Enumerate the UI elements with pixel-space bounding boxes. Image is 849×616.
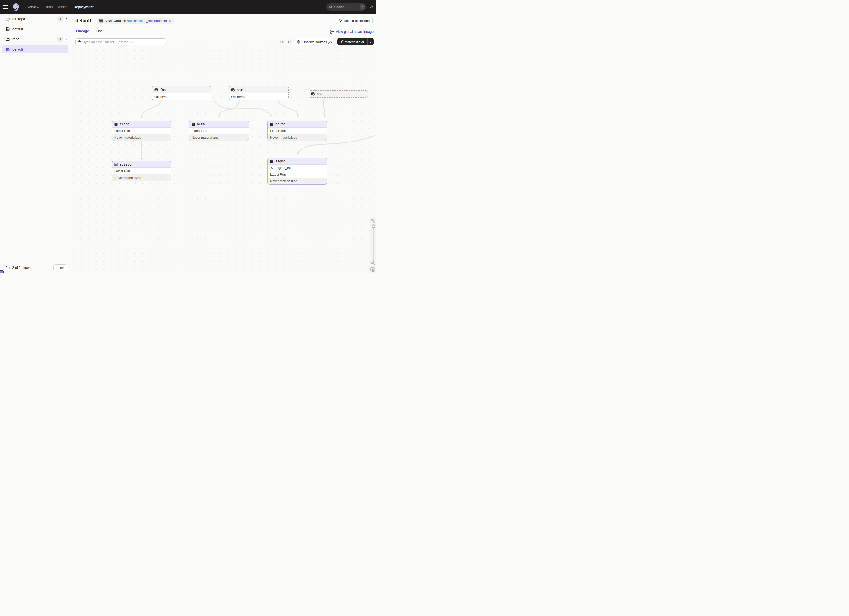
asset-name: delta bbox=[276, 122, 285, 126]
zoom-in-icon[interactable] bbox=[370, 219, 375, 224]
asset-node-beta[interactable]: beta Latest Run– Never materialized bbox=[189, 121, 249, 141]
tag-prefix: Asset Group in bbox=[105, 19, 126, 22]
hamburger-menu-icon[interactable] bbox=[0, 0, 11, 14]
table-asset-icon bbox=[270, 122, 274, 126]
reload-definitions-button[interactable]: ↻ Reload definitions bbox=[336, 17, 372, 24]
materialize-all-label: Materialize all bbox=[344, 40, 365, 44]
lineage-canvas[interactable]: Type an asset subset... (ex: foo+*) 0:18… bbox=[70, 37, 377, 273]
tab-lineage[interactable]: Lineage bbox=[75, 28, 89, 37]
observed-value: – bbox=[207, 95, 209, 98]
observed-label: Observed bbox=[231, 95, 246, 98]
sidebar-item-default-selected[interactable]: default bbox=[2, 45, 68, 53]
refresh-timer: 0:18 bbox=[279, 40, 285, 44]
asset-check-name: sigma_tau bbox=[277, 166, 292, 170]
lineage-edges bbox=[70, 37, 377, 273]
corner-logo-fragment bbox=[0, 270, 4, 273]
observe-eye-icon bbox=[297, 40, 300, 44]
view-tabs: Lineage List View global asset lineage bbox=[70, 28, 377, 37]
gear-icon[interactable]: ⚙ bbox=[366, 4, 377, 10]
top-nav: Overview Runs Assets Deployment Search..… bbox=[0, 0, 377, 14]
zoom-slider-track[interactable] bbox=[372, 228, 374, 261]
search-input[interactable]: Search... / bbox=[326, 3, 366, 10]
lineage-graph-icon bbox=[331, 30, 334, 34]
reload-definitions-label: Reload definitions bbox=[344, 19, 369, 22]
materialization-status: Never materialized bbox=[270, 179, 297, 183]
tab-list[interactable]: List bbox=[96, 28, 102, 37]
sparkle-icon: ✦✦ bbox=[340, 40, 343, 43]
edge-baz-delta bbox=[323, 97, 325, 115]
nav-tab-deployment[interactable]: Deployment bbox=[71, 0, 96, 14]
sidebar-item-label: default bbox=[12, 48, 23, 51]
table-asset-icon bbox=[114, 163, 118, 166]
latest-run-label: Latest Run bbox=[114, 169, 130, 173]
repo-sidebar: alt_repo 1 ▾ default repo 1 ▾ bbox=[0, 14, 70, 273]
download-view-icon[interactable] bbox=[370, 267, 375, 272]
sidebar-item-repo[interactable]: repo 1 ▾ bbox=[0, 34, 70, 44]
asset-node-baz[interactable]: baz bbox=[308, 90, 368, 97]
latest-run-value: – bbox=[322, 129, 325, 133]
zoom-out-icon[interactable] bbox=[370, 260, 375, 265]
latest-run-value: – bbox=[167, 169, 169, 173]
chevron-down-icon[interactable]: ▾ bbox=[66, 38, 67, 40]
materialization-status: Never materialized bbox=[270, 136, 297, 139]
materialization-status: Never materialized bbox=[114, 176, 142, 179]
source-asset-icon bbox=[311, 92, 315, 96]
asset-group-icon bbox=[6, 27, 10, 31]
asset-subset-graph-icon bbox=[78, 40, 81, 44]
table-asset-icon bbox=[192, 122, 195, 126]
source-asset-icon bbox=[154, 88, 158, 92]
nav-tabs: Overview Runs Assets Deployment bbox=[22, 0, 96, 14]
refresh-icon: ↻ bbox=[339, 18, 342, 23]
latest-run-value: – bbox=[244, 129, 246, 133]
edge-foo-alpha bbox=[142, 100, 161, 116]
latest-run-label: Latest Run bbox=[270, 173, 286, 176]
materialization-status: Never materialized bbox=[114, 136, 142, 139]
dagster-logo-icon[interactable] bbox=[12, 3, 20, 11]
asset-node-bar[interactable]: bar Observed– bbox=[229, 86, 289, 100]
shown-count-label: 2 of 2 shown bbox=[12, 266, 53, 270]
materialization-status: Never materialized bbox=[192, 136, 219, 139]
asset-subset-input[interactable]: Type an asset subset... (ex: foo+*) bbox=[75, 39, 166, 45]
asset-group-icon bbox=[6, 48, 10, 51]
chevron-down-icon: ▾ bbox=[370, 40, 371, 43]
main-pane: default Asset Group in repo@assets_recon… bbox=[70, 14, 377, 273]
folder-icon bbox=[6, 17, 10, 21]
asset-group-icon bbox=[100, 19, 103, 22]
count-badge: 1 bbox=[57, 16, 63, 22]
sidebar-item-default-alt[interactable]: default bbox=[0, 24, 70, 34]
filter-button[interactable]: Filter bbox=[53, 264, 67, 271]
latest-run-value: – bbox=[322, 173, 325, 176]
observed-label: Observed bbox=[154, 95, 168, 98]
asset-name: alpha bbox=[119, 122, 130, 126]
asset-name: baz bbox=[317, 92, 322, 96]
sidebar-item-alt-repo[interactable]: alt_repo 1 ▾ bbox=[0, 14, 70, 24]
refresh-icon[interactable]: ↻ bbox=[287, 40, 291, 44]
asset-name: sigma bbox=[276, 159, 285, 163]
asset-check-row[interactable]: sigma_tau bbox=[268, 164, 326, 171]
asset-node-foo[interactable]: foo Observed– bbox=[152, 86, 211, 100]
chevron-down-icon[interactable]: ▾ bbox=[66, 18, 67, 20]
materialize-all-button[interactable]: ✦✦ Materialize all bbox=[337, 38, 367, 45]
source-asset-icon bbox=[231, 88, 235, 92]
view-global-asset-lineage-link[interactable]: View global asset lineage bbox=[331, 30, 374, 34]
view-global-asset-lineage-label: View global asset lineage bbox=[336, 30, 374, 34]
asset-node-alpha[interactable]: alpha Latest Run– Never materialized bbox=[112, 121, 171, 141]
refresh-icon[interactable]: ↻ bbox=[169, 19, 172, 23]
observe-sources-button[interactable]: Observe sources (2) bbox=[293, 38, 335, 45]
sidebar-item-label: alt_repo bbox=[12, 17, 57, 21]
repo-link[interactable]: repo@assets_reconciliation bbox=[127, 19, 167, 22]
folder-icon bbox=[6, 37, 10, 41]
materialize-dropdown-button[interactable]: ▾ bbox=[367, 38, 374, 45]
latest-run-label: Latest Run bbox=[270, 129, 286, 133]
nav-tab-overview[interactable]: Overview bbox=[22, 0, 42, 14]
folder-icon bbox=[6, 266, 10, 269]
zoom-slider-handle[interactable] bbox=[372, 224, 375, 228]
nav-tab-assets[interactable]: Assets bbox=[55, 0, 71, 14]
asset-node-delta[interactable]: delta Latest Run– Never materialized bbox=[268, 121, 327, 141]
asset-node-sigma[interactable]: sigma sigma_tau Latest Run– Never materi… bbox=[268, 158, 327, 185]
asset-node-epsilon[interactable]: epsilon Latest Run– Never materialized bbox=[112, 161, 171, 181]
nav-tab-runs[interactable]: Runs bbox=[42, 0, 55, 14]
page-title: default bbox=[75, 18, 91, 24]
search-shortcut-badge: / bbox=[360, 4, 365, 10]
asset-name: beta bbox=[197, 122, 205, 126]
